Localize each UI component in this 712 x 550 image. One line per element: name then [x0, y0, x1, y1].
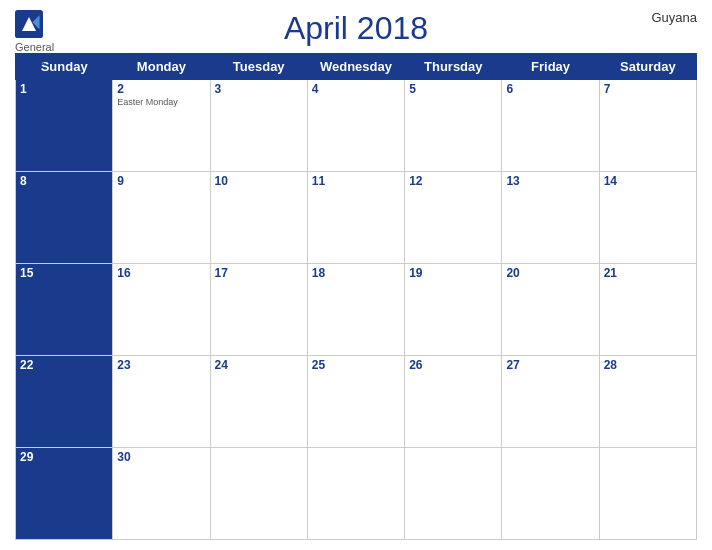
calendar-cell — [307, 448, 404, 540]
logo-blue-text: Blue — [15, 53, 54, 68]
day-number: 23 — [117, 358, 205, 372]
calendar-cell: 17 — [210, 264, 307, 356]
calendar-cell: 1 — [16, 80, 113, 172]
calendar-cell: 5 — [405, 80, 502, 172]
day-number: 28 — [604, 358, 692, 372]
calendar-table: SundayMondayTuesdayWednesdayThursdayFrid… — [15, 53, 697, 540]
calendar-week-2: 891011121314 — [16, 172, 697, 264]
calendar-cell: 4 — [307, 80, 404, 172]
day-number: 14 — [604, 174, 692, 188]
day-number: 30 — [117, 450, 205, 464]
calendar-cell — [599, 448, 696, 540]
day-number: 8 — [20, 174, 108, 188]
calendar-cell: 19 — [405, 264, 502, 356]
calendar-cell: 30 — [113, 448, 210, 540]
day-number: 7 — [604, 82, 692, 96]
calendar-week-5: 2930 — [16, 448, 697, 540]
day-number: 11 — [312, 174, 400, 188]
calendar-cell: 14 — [599, 172, 696, 264]
logo: General Blue — [15, 10, 54, 68]
calendar-week-1: 12Easter Monday34567 — [16, 80, 697, 172]
weekday-header-wednesday: Wednesday — [307, 54, 404, 80]
calendar-cell: 21 — [599, 264, 696, 356]
calendar-title: April 2018 — [284, 10, 428, 47]
calendar-cell: 7 — [599, 80, 696, 172]
calendar-week-3: 15161718192021 — [16, 264, 697, 356]
calendar-cell: 6 — [502, 80, 599, 172]
day-number: 6 — [506, 82, 594, 96]
day-number: 24 — [215, 358, 303, 372]
day-number: 16 — [117, 266, 205, 280]
day-number: 10 — [215, 174, 303, 188]
logo-text: General Blue — [15, 41, 54, 68]
calendar-cell: 11 — [307, 172, 404, 264]
calendar-cell: 2Easter Monday — [113, 80, 210, 172]
day-number: 27 — [506, 358, 594, 372]
day-number: 1 — [20, 82, 108, 96]
day-number: 29 — [20, 450, 108, 464]
calendar-cell: 26 — [405, 356, 502, 448]
calendar-cell: 29 — [16, 448, 113, 540]
calendar-cell: 24 — [210, 356, 307, 448]
day-number: 5 — [409, 82, 497, 96]
calendar-cell: 8 — [16, 172, 113, 264]
weekday-header-monday: Monday — [113, 54, 210, 80]
calendar-cell — [502, 448, 599, 540]
calendar-cell: 28 — [599, 356, 696, 448]
calendar-cell: 25 — [307, 356, 404, 448]
day-number: 13 — [506, 174, 594, 188]
day-number: 25 — [312, 358, 400, 372]
calendar-cell: 13 — [502, 172, 599, 264]
calendar-cell: 3 — [210, 80, 307, 172]
weekday-header-friday: Friday — [502, 54, 599, 80]
calendar-cell — [210, 448, 307, 540]
calendar-cell: 23 — [113, 356, 210, 448]
day-number: 17 — [215, 266, 303, 280]
calendar-cell: 12 — [405, 172, 502, 264]
calendar-header-row: SundayMondayTuesdayWednesdayThursdayFrid… — [16, 54, 697, 80]
country-label: Guyana — [651, 10, 697, 25]
calendar-page: General Blue April 2018 Guyana SundayMon… — [0, 0, 712, 550]
calendar-cell: 15 — [16, 264, 113, 356]
day-number: 12 — [409, 174, 497, 188]
day-number: 19 — [409, 266, 497, 280]
day-number: 21 — [604, 266, 692, 280]
calendar-cell: 9 — [113, 172, 210, 264]
weekday-header-tuesday: Tuesday — [210, 54, 307, 80]
calendar-cell: 10 — [210, 172, 307, 264]
calendar-cell — [405, 448, 502, 540]
day-number: 4 — [312, 82, 400, 96]
calendar-cell: 20 — [502, 264, 599, 356]
calendar-cell: 18 — [307, 264, 404, 356]
calendar-cell: 16 — [113, 264, 210, 356]
calendar-week-4: 22232425262728 — [16, 356, 697, 448]
generalblue-logo-icon — [15, 10, 43, 38]
weekday-header-thursday: Thursday — [405, 54, 502, 80]
day-number: 22 — [20, 358, 108, 372]
calendar-cell: 27 — [502, 356, 599, 448]
day-number: 26 — [409, 358, 497, 372]
day-number: 9 — [117, 174, 205, 188]
day-number: 20 — [506, 266, 594, 280]
day-number: 18 — [312, 266, 400, 280]
day-number: 15 — [20, 266, 108, 280]
day-number: 3 — [215, 82, 303, 96]
calendar-cell: 22 — [16, 356, 113, 448]
calendar-header: General Blue April 2018 Guyana — [15, 10, 697, 47]
day-number: 2 — [117, 82, 205, 96]
holiday-label: Easter Monday — [117, 97, 205, 107]
weekday-header-saturday: Saturday — [599, 54, 696, 80]
